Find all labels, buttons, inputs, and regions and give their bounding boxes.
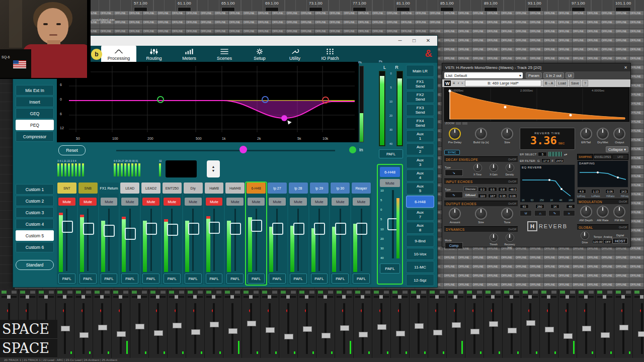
mute-button[interactable]: Mute: [311, 198, 328, 206]
pan-slider-cap[interactable]: [249, 295, 253, 299]
track-solo-button[interactable]: [440, 291, 445, 294]
track-mute-button[interactable]: [2, 291, 7, 294]
mix-select-main-lr[interactable]: Main LR: [406, 65, 434, 77]
on-off-toggle[interactable]: On/Off: [619, 226, 627, 229]
daw-mixer-strip[interactable]: [354, 289, 372, 358]
daw-media-item[interactable]: OFFLINE: [515, 283, 529, 289]
daw-media-item[interactable]: OFFLINE: [629, 120, 643, 128]
collapse-button[interactable]: Collapse ▾: [606, 146, 628, 152]
daw-media-item[interactable]: OFFLINE: [629, 129, 643, 137]
daw-media-item[interactable]: OFFLINE: [487, 11, 501, 20]
mix-select-aux-7[interactable]: Aux 7: [406, 209, 434, 221]
knob-pre-delay[interactable]: Pre Delay: [445, 128, 465, 144]
track-mute-button[interactable]: [448, 291, 453, 294]
fader-cap[interactable]: [83, 223, 94, 235]
mix-select-aux-4[interactable]: Aux 4: [406, 169, 434, 182]
fader-cap[interactable]: [293, 223, 304, 235]
daw-mixer-strip[interactable]: [410, 289, 428, 358]
waves-x-button[interactable]: ?: [582, 80, 588, 86]
standard-layer-button[interactable]: Standard: [16, 260, 54, 270]
channel-strip[interactable]: Ip 30MutePAFL: [330, 183, 350, 285]
track-solo-button[interactable]: [179, 291, 184, 294]
daw-media-item[interactable]: OFFLINE: [558, 38, 572, 47]
daw-media-item[interactable]: OFFLINE: [472, 11, 487, 20]
daw-media-item[interactable]: OFFLINE: [529, 283, 543, 289]
mix-select-fx1-send[interactable]: FX1 Send: [406, 78, 434, 90]
pan-slider-cap[interactable]: [119, 295, 122, 299]
channel-name-button[interactable]: HaM48: [225, 183, 245, 194]
daw-mixer-strip[interactable]: [391, 289, 410, 358]
daw-media-item[interactable]: OFFLINE: [214, 20, 228, 29]
daw-media-item[interactable]: OFFLINE: [444, 264, 458, 273]
daw-media-item[interactable]: OFFLINE: [629, 201, 643, 210]
daw-media-item[interactable]: OFFLINE: [558, 274, 572, 282]
track-mute-button[interactable]: [318, 291, 323, 294]
damping-graph[interactable]: DAMPING: [577, 160, 628, 188]
sync-button[interactable]: SYNC: [444, 150, 460, 155]
track-mute-button[interactable]: [188, 291, 193, 294]
mute-button[interactable]: Mute: [380, 179, 400, 187]
daw-media-item[interactable]: OFFLINE: [186, 11, 200, 20]
track-solo-button[interactable]: [458, 291, 463, 294]
daw-media-item[interactable]: OFFLINE: [172, 11, 186, 20]
sidebar-item-mix-ext-in[interactable]: Mix Ext In: [16, 85, 54, 96]
daw-media-item[interactable]: OFFLINE: [573, 255, 587, 264]
daw-media-item[interactable]: OFFLINE: [172, 20, 186, 29]
daw-media-item[interactable]: OFFLINE: [629, 147, 643, 155]
knob-amount[interactable]: Amount: [445, 208, 465, 224]
daw-media-item[interactable]: OFFLINE: [515, 11, 529, 20]
track-solo-button[interactable]: [551, 291, 556, 294]
er-filter-gain[interactable]: -17.0: [541, 158, 550, 163]
daw-media-item[interactable]: OFFLINE: [458, 20, 472, 29]
daw-media-item[interactable]: OFFLINE: [386, 11, 400, 20]
tab-processing[interactable]: Processing: [101, 46, 136, 63]
daw-media-item[interactable]: OFFLINE: [629, 228, 643, 237]
tab-routing[interactable]: Routing: [136, 46, 172, 63]
mute-button[interactable]: Mute: [353, 198, 370, 206]
pafl-button[interactable]: PAFL: [101, 274, 118, 284]
daw-media-item[interactable]: OFFLINE: [515, 274, 529, 282]
layer-item-custom-2[interactable]: Custom 2: [16, 196, 54, 206]
daw-mixer-strip[interactable]: [521, 289, 540, 358]
mute-button[interactable]: Mute: [58, 198, 75, 206]
mix-select-9-bnd[interactable]: 9-Bnd: [406, 235, 434, 247]
fader-cap[interactable]: [359, 332, 368, 337]
er-filter-freq[interactable]: 2472: [555, 158, 564, 163]
knob-am-depth[interactable]: AM Depth: [578, 206, 594, 222]
daw-media-item[interactable]: OFFLINE: [587, 264, 601, 273]
input-echo-value[interactable]: 0.35: [498, 194, 507, 198]
channel-name-button[interactable]: EMT250: [163, 183, 182, 194]
fader-cap[interactable]: [526, 320, 535, 326]
arrow-down-icon[interactable]: ▼: [212, 169, 215, 173]
daw-media-item[interactable]: OFFLINE: [472, 29, 487, 38]
daw-media-item[interactable]: OFFLINE: [529, 274, 543, 282]
damping-value[interactable]: 1K3: [619, 189, 628, 194]
daw-media-item[interactable]: OFFLINE: [529, 246, 543, 255]
mute-button[interactable]: Mute: [290, 198, 307, 206]
damping-tab-envelopes[interactable]: ENVELOPES: [594, 154, 611, 160]
eq-band-value[interactable]: 1K: [550, 204, 559, 209]
track-solo-button[interactable]: [403, 291, 408, 294]
daw-mixer-strip[interactable]: [56, 289, 74, 358]
knob-drive[interactable]: Drive: [578, 231, 592, 244]
daw-media-item[interactable]: OFFLINE: [558, 246, 572, 255]
daw-media-item[interactable]: OFFLINE: [558, 255, 572, 264]
daw-mixer-strip[interactable]: [242, 289, 261, 358]
track-solo-button[interactable]: [607, 291, 612, 294]
knob-density[interactable]: Density: [502, 163, 517, 176]
daw-media-item[interactable]: OFFLINE: [229, 11, 243, 20]
eq-band-value[interactable]: 250: [535, 204, 544, 209]
daw-media-item[interactable]: OFFLINE: [573, 11, 587, 20]
fader-cap[interactable]: [303, 326, 312, 332]
daw-media-item[interactable]: OFFLINE: [558, 11, 572, 20]
daw-media-item[interactable]: OFFLINE: [629, 111, 643, 119]
track-solo-button[interactable]: [496, 291, 501, 294]
daw-media-item[interactable]: OFFLINE: [629, 255, 643, 264]
daw-media-item[interactable]: OFFLINE: [544, 274, 558, 282]
daw-media-item[interactable]: OFFLINE: [458, 38, 472, 47]
track-mute-button[interactable]: [597, 291, 602, 294]
track-mute-button[interactable]: [57, 291, 62, 294]
echo-mode-diffused[interactable]: Diffused: [463, 193, 477, 198]
knob-tone[interactable]: Tone: [497, 208, 517, 224]
channel-name-button[interactable]: Ip 29: [310, 183, 329, 194]
